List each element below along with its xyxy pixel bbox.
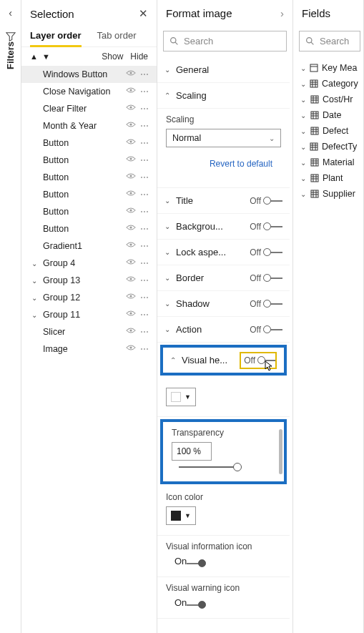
layer-row[interactable]: ⌄Group 4 ⋯	[21, 255, 157, 272]
svg-rect-43	[310, 143, 318, 150]
more-icon[interactable]: ⋯	[140, 69, 149, 79]
format-search-input[interactable]: Search	[163, 31, 287, 51]
move-up-icon[interactable]: ▲	[30, 52, 38, 61]
toggle-switch[interactable]	[264, 226, 282, 227]
visibility-icon[interactable]	[126, 275, 136, 285]
tab-tab-order[interactable]: Tab order	[97, 26, 137, 46]
toggle-switch[interactable]	[264, 278, 282, 279]
layer-row[interactable]: ⌄Group 13 ⋯	[21, 272, 157, 289]
show-all-button[interactable]: Show	[102, 51, 123, 62]
fields-search-input[interactable]: Search	[299, 31, 360, 51]
tab-layer-order[interactable]: Layer order	[30, 26, 82, 46]
close-icon[interactable]: ✕	[139, 7, 148, 20]
layer-row[interactable]: Button ⋯	[21, 169, 157, 186]
format-scaling-header[interactable]: ⌃Scaling	[157, 83, 290, 109]
format-row[interactable]: ⌄Action Off	[157, 317, 290, 343]
transparency-input[interactable]: 100 %	[172, 442, 212, 461]
visibility-icon[interactable]	[126, 344, 136, 354]
layer-row[interactable]: Month & Year ⋯	[21, 117, 157, 134]
visibility-icon[interactable]	[126, 327, 136, 337]
background-color-picker[interactable]: ▼	[166, 388, 196, 406]
visibility-icon[interactable]	[126, 87, 136, 97]
toggle-switch[interactable]	[264, 252, 282, 253]
layer-row[interactable]: ⌄Group 11 ⋯	[21, 306, 157, 323]
toggle-switch[interactable]	[264, 200, 282, 202]
more-icon[interactable]: ⋯	[140, 87, 149, 97]
icon-color-picker[interactable]: ▼	[166, 506, 196, 525]
layer-row[interactable]: Gradient1 ⋯	[21, 237, 157, 255]
visibility-icon[interactable]	[126, 293, 136, 303]
back-chevron-icon[interactable]: ‹	[9, 7, 12, 19]
more-icon[interactable]: ⋯	[140, 207, 149, 217]
revert-default-link[interactable]: Revert to default	[166, 147, 281, 177]
toggle-visual-info[interactable]	[187, 563, 205, 564]
field-row[interactable]: ⌄Key Mea	[295, 60, 362, 76]
toggle-state: Off	[250, 299, 261, 309]
visibility-icon[interactable]	[126, 121, 136, 131]
more-icon[interactable]: ⋯	[140, 121, 149, 131]
visibility-icon[interactable]	[126, 258, 136, 268]
layer-row[interactable]: Button ⋯	[21, 152, 157, 169]
forward-chevron-icon[interactable]: ›	[280, 7, 284, 19]
layer-name: Button	[43, 172, 69, 182]
layer-row[interactable]: Button ⋯	[21, 203, 157, 220]
layer-row[interactable]: Button ⋯	[21, 186, 157, 203]
visibility-icon[interactable]	[126, 138, 136, 148]
transparency-slider[interactable]	[179, 466, 240, 468]
move-down-icon[interactable]: ▼	[42, 52, 50, 61]
layer-row[interactable]: Clear Filter ⋯	[21, 100, 157, 117]
layer-row[interactable]: Button ⋯	[21, 220, 157, 237]
scrollbar[interactable]	[279, 429, 282, 474]
format-row[interactable]: ⌄Border Off	[157, 265, 290, 291]
more-icon[interactable]: ⋯	[140, 327, 149, 337]
visibility-icon[interactable]	[126, 172, 136, 182]
more-icon[interactable]: ⋯	[140, 344, 149, 354]
visibility-icon[interactable]	[126, 224, 136, 234]
visibility-icon[interactable]	[126, 104, 136, 114]
layer-row[interactable]: Close Navigation ⋯	[21, 83, 157, 100]
toggle-switch[interactable]	[264, 329, 282, 330]
hide-all-button[interactable]: Hide	[130, 51, 148, 62]
layer-row[interactable]: Image ⋯	[21, 340, 157, 358]
toggle-switch[interactable]	[264, 303, 282, 305]
visibility-icon[interactable]	[126, 310, 136, 320]
format-row[interactable]: ⌄Title Off	[157, 188, 290, 214]
visibility-icon[interactable]	[126, 207, 136, 217]
format-general[interactable]: ⌄General	[157, 57, 290, 83]
visibility-icon[interactable]	[126, 241, 136, 251]
more-icon[interactable]: ⋯	[140, 275, 149, 285]
toggle-visual-warn[interactable]	[187, 604, 205, 606]
more-icon[interactable]: ⋯	[140, 138, 149, 148]
more-icon[interactable]: ⋯	[140, 155, 149, 165]
field-row[interactable]: ⌄Plant	[295, 170, 362, 186]
visibility-icon[interactable]	[126, 69, 136, 79]
search-placeholder: Search	[184, 36, 213, 46]
field-row[interactable]: ⌄Material	[295, 154, 362, 170]
more-icon[interactable]: ⋯	[140, 310, 149, 320]
field-row[interactable]: ⌄Cost/Hr	[295, 92, 362, 107]
more-icon[interactable]: ⋯	[140, 258, 149, 268]
format-row[interactable]: ⌄Backgrou... Off	[157, 214, 290, 240]
more-icon[interactable]: ⋯	[140, 172, 149, 182]
field-row[interactable]: ⌄Category	[295, 76, 362, 92]
field-row[interactable]: ⌄Date	[295, 107, 362, 123]
visibility-icon[interactable]	[126, 155, 136, 165]
format-row[interactable]: ⌄Lock aspe... Off	[157, 240, 290, 265]
more-icon[interactable]: ⋯	[140, 104, 149, 114]
visibility-icon[interactable]	[126, 190, 136, 200]
more-icon[interactable]: ⋯	[140, 224, 149, 234]
layer-row[interactable]: Button ⋯	[21, 134, 157, 152]
toggle-state: Off	[250, 325, 261, 335]
more-icon[interactable]: ⋯	[140, 241, 149, 251]
scaling-select[interactable]: Normal ⌄	[166, 129, 281, 147]
field-row[interactable]: ⌄Supplier	[295, 186, 362, 202]
layer-row[interactable]: Slicer ⋯	[21, 323, 157, 340]
more-icon[interactable]: ⋯	[140, 293, 149, 303]
format-row[interactable]: ⌄Shadow Off	[157, 291, 290, 317]
layer-row[interactable]: ⌄Group 12 ⋯	[21, 289, 157, 306]
layer-row[interactable]: Windows Button ⋯	[21, 66, 157, 83]
field-row[interactable]: ⌄Defect	[295, 123, 362, 139]
field-row[interactable]: ⌄DefectTy	[295, 139, 362, 154]
more-icon[interactable]: ⋯	[140, 190, 149, 200]
filters-label[interactable]: Filters	[5, 41, 16, 69]
